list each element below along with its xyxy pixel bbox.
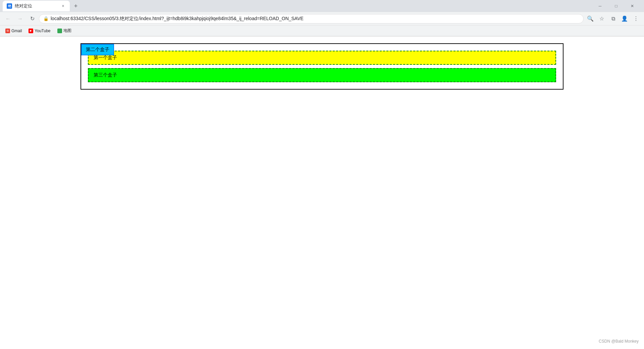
browser-chrome: 绝 绝对定位 × + ─ □ ✕ ← → ↻ 🔒 localhost:63342… xyxy=(0,0,644,37)
bookmark-gmail[interactable]: G Gmail xyxy=(3,28,24,34)
zoom-button[interactable]: 🔍 xyxy=(585,13,596,24)
tab-close-button[interactable]: × xyxy=(60,3,66,9)
bookmark-maps-label: 地图 xyxy=(63,28,71,34)
minimize-button[interactable]: ─ xyxy=(592,1,608,11)
box1-label: 第一个盒子 xyxy=(94,55,117,60)
box2-label: 第二个盒子 xyxy=(86,47,109,52)
menu-button[interactable]: ⋮ xyxy=(631,13,641,24)
back-button[interactable]: ← xyxy=(3,13,13,24)
forward-button[interactable]: → xyxy=(15,13,25,24)
bookmark-maps[interactable]: 地图 xyxy=(55,27,74,34)
box3: 第三个盒子 xyxy=(88,68,556,82)
bookmark-youtube-label: YouTube xyxy=(35,29,50,33)
bookmark-star-button[interactable]: ☆ xyxy=(596,13,607,24)
close-window-button[interactable]: ✕ xyxy=(625,1,640,11)
bookmark-gmail-label: Gmail xyxy=(11,29,22,33)
watermark: CSDN @Bald Monkey xyxy=(599,339,639,344)
outer-box: 第二个盒子 第一个盒子 第三个盒子 xyxy=(80,43,564,90)
navigation-bar: ← → ↻ 🔒 localhost:63342/CSS/lesson05/3.绝… xyxy=(0,12,644,26)
maximize-button[interactable]: □ xyxy=(608,1,624,11)
tab-bar: 绝 绝对定位 × + ─ □ ✕ xyxy=(0,0,644,12)
profile-button[interactable]: 👤 xyxy=(619,13,630,24)
tab-favicon: 绝 xyxy=(7,3,12,9)
address-text: localhost:63342/CSS/lesson05/3.绝对定位/inde… xyxy=(51,16,579,22)
extensions-button[interactable]: ⧉ xyxy=(608,13,619,24)
active-tab[interactable]: 绝 绝对定位 × xyxy=(3,1,70,11)
new-tab-button[interactable]: + xyxy=(71,1,80,11)
gmail-icon: G xyxy=(5,29,10,33)
reload-button[interactable]: ↻ xyxy=(27,13,38,24)
address-bar[interactable]: 🔒 localhost:63342/CSS/lesson05/3.绝对定位/in… xyxy=(39,14,584,23)
maps-icon xyxy=(57,29,62,33)
window-controls: ─ □ ✕ xyxy=(592,1,641,11)
tab-title: 绝对定位 xyxy=(15,3,58,9)
bookmark-youtube[interactable]: ▶ YouTube xyxy=(26,28,53,34)
box2: 第二个盒子 xyxy=(81,44,114,55)
box1: 第一个盒子 xyxy=(88,51,556,65)
page-content: 第二个盒子 第一个盒子 第三个盒子 xyxy=(0,37,644,96)
nav-actions: 🔍 ☆ ⧉ 👤 ⋮ xyxy=(585,13,641,24)
bookmarks-bar: G Gmail ▶ YouTube 地图 xyxy=(0,26,644,36)
lock-icon: 🔒 xyxy=(43,16,49,21)
box3-label: 第三个盒子 xyxy=(94,72,117,78)
youtube-icon: ▶ xyxy=(29,29,33,33)
